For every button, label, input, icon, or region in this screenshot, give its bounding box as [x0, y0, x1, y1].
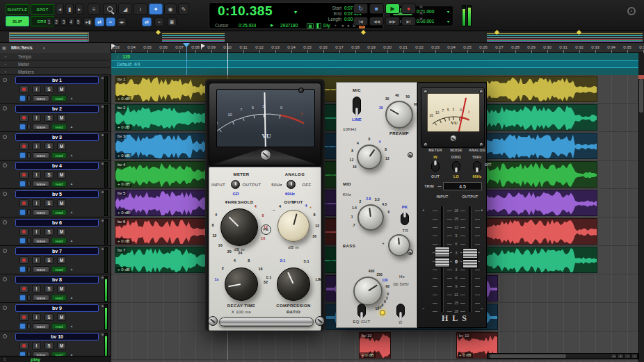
edit-mode-spot[interactable]: SPOT [31, 4, 54, 15]
automation-mode-button[interactable]: read [51, 209, 67, 215]
hls-eqcut-toggle[interactable] [357, 304, 366, 318]
zoom-in-icon[interactable]: ▸ [75, 3, 83, 15]
hscroll-button[interactable]: ▸ [618, 354, 624, 359]
zoom-out-icon[interactable]: ◂ [56, 3, 64, 15]
track-menu-dot[interactable] [102, 334, 104, 336]
input-monitor-button[interactable]: I [32, 142, 41, 150]
comp-ratio-knob[interactable] [277, 268, 310, 301]
edit-mode-shuffle[interactable]: SHUFFLE [6, 4, 29, 15]
track-view-selector[interactable]: wave [33, 124, 49, 130]
playlist-button[interactable] [19, 238, 26, 244]
playlist-button[interactable] [19, 95, 26, 101]
grabber-tool-icon[interactable]: ✦ [149, 3, 163, 15]
track-header[interactable]: bv 2ISMwaveread▴ [0, 104, 111, 132]
track-name[interactable]: bv 3 [15, 133, 99, 141]
track-name[interactable]: bv 10 [15, 333, 99, 340]
automation-mode-button[interactable]: read [51, 266, 67, 272]
track-header[interactable]: bv 3ISMwaveread▴ [0, 132, 111, 161]
audio-clip[interactable]: bv 10+ 0 dB [359, 332, 391, 359]
hls-line-label[interactable]: LINE [346, 117, 367, 122]
stop-button[interactable]: ■ [369, 3, 384, 14]
comp-analog-toggle[interactable] [287, 180, 296, 189]
counter-menu-icon[interactable]: ▾ [294, 9, 297, 15]
automation-mode-button[interactable]: read [51, 295, 67, 301]
comp-meter-value[interactable]: GR [226, 192, 245, 196]
track-view-selector[interactable]: wave [33, 209, 49, 215]
automation-mode-button[interactable]: read [51, 152, 67, 158]
freeze-icon[interactable] [3, 334, 7, 338]
markers-label[interactable]: Markers [18, 69, 34, 74]
mute-button[interactable]: M [57, 199, 66, 207]
tiny-button[interactable] [27, 323, 31, 329]
markers-lane[interactable] [111, 68, 638, 75]
delay-indicator[interactable]: Dly [323, 23, 330, 28]
status-dot-1[interactable]: ● [341, 23, 344, 28]
freeze-icon[interactable] [3, 135, 7, 139]
ruler-grid-icon[interactable]: ▦ [2, 45, 6, 50]
comp-threshold-knob[interactable] [220, 208, 258, 246]
playlist-button[interactable] [19, 209, 26, 215]
track-menu-dot[interactable] [102, 220, 104, 222]
automation-mode-button[interactable]: read [51, 238, 67, 244]
track-name[interactable]: bv 7 [15, 247, 99, 255]
zoom-preset-4[interactable]: ◂▸ [117, 17, 127, 26]
freeze-icon[interactable] [3, 220, 7, 224]
track-view-selector[interactable]: wave [33, 266, 49, 272]
solo-button[interactable]: S [45, 171, 54, 179]
freeze-icon[interactable] [3, 249, 7, 253]
input-monitor-button[interactable]: I [32, 171, 41, 179]
memory-location-4[interactable]: 4 [68, 17, 74, 26]
hls-pk-label[interactable]: PK [398, 205, 412, 209]
rtz-button[interactable]: |◀ [353, 17, 368, 26]
record-enable-button[interactable] [19, 142, 29, 150]
track-header[interactable]: bv 8ISMwaveread▴ [0, 274, 111, 303]
freeze-icon[interactable] [3, 306, 7, 310]
selector-tool-icon[interactable]: I [134, 3, 147, 15]
tiny-button[interactable] [27, 152, 31, 158]
solo-button[interactable]: S [45, 313, 54, 321]
track-name[interactable]: bv 2 [15, 105, 99, 113]
universe-overview[interactable] [0, 31, 644, 43]
input-monitor-button[interactable]: I [32, 313, 41, 321]
hls-pk-tr-toggle[interactable] [401, 213, 409, 225]
add-tempo-icon[interactable]: + [4, 54, 7, 58]
track-name[interactable]: bv 5 [15, 190, 99, 198]
ruler-menu-icon[interactable]: ▾ [43, 46, 45, 50]
track-menu-dot[interactable] [102, 106, 104, 108]
vertical-scrollbar-thumb[interactable] [639, 79, 643, 113]
solo-button[interactable]: S [45, 199, 54, 207]
track-menu-dot[interactable] [102, 248, 104, 250]
tiny-button[interactable] [27, 95, 31, 101]
memory-location-5[interactable]: 5 [75, 17, 81, 26]
solo-button[interactable]: S [45, 142, 54, 150]
gear-icon[interactable] [627, 7, 636, 15]
hscroll-button[interactable]: + [631, 354, 638, 359]
mute-button[interactable]: M [57, 142, 66, 150]
output-fader-cap[interactable] [462, 248, 478, 269]
automation-mode-button[interactable]: read [51, 181, 67, 187]
track-view-selector[interactable]: wave [33, 238, 49, 244]
transport-expand-dot[interactable] [419, 17, 423, 21]
tiny-button[interactable] [27, 124, 31, 130]
input-monitor-button[interactable]: I [32, 85, 41, 93]
input-fader-cap[interactable] [435, 247, 450, 268]
add-meter-icon[interactable]: + [4, 62, 7, 66]
selection-marker-line[interactable] [186, 44, 187, 75]
mute-button[interactable]: M [57, 256, 66, 264]
mute-button[interactable]: M [57, 342, 66, 349]
track-menu-dot[interactable] [102, 134, 104, 136]
track-header[interactable]: bv 7ISMwaveread▴ [0, 246, 111, 274]
mute-button[interactable]: M [57, 114, 66, 122]
footer-menu-icon[interactable]: ≡ [3, 357, 6, 361]
playlist-button[interactable] [19, 295, 26, 301]
horizontal-scrollbar-thumb[interactable] [490, 354, 566, 358]
track-menu-dot[interactable] [102, 191, 104, 193]
track-name[interactable]: bv 1 [15, 76, 99, 84]
grid-menu-icon[interactable]: ▾ [447, 9, 449, 14]
zoom-preset-1[interactable]: ▸▮ [83, 17, 93, 26]
record-enable-button[interactable] [19, 114, 29, 122]
solo-button[interactable]: S [45, 342, 54, 349]
hls-mic-line-toggle[interactable] [353, 97, 361, 115]
input-monitor-button[interactable]: I [32, 114, 41, 122]
record-enable-button[interactable] [19, 285, 29, 293]
